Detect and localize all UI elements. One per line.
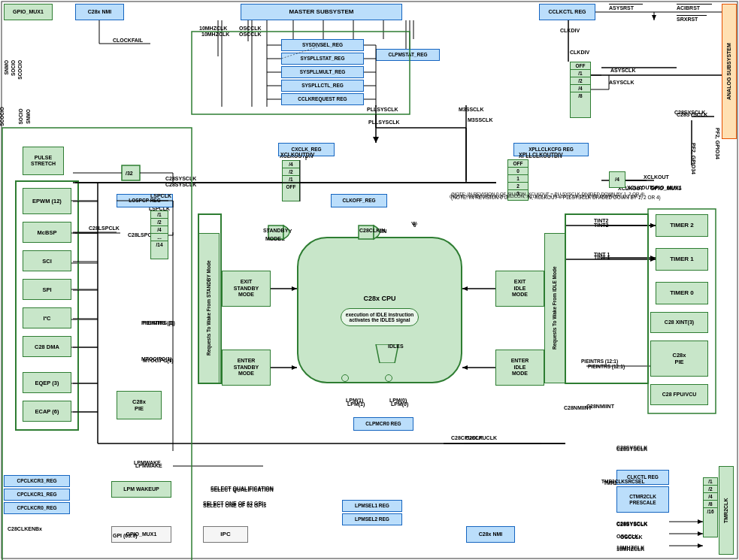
svg-marker-16 — [373, 137, 379, 143]
requests-standby: Requests To Wake From STANDBY Mode — [198, 233, 220, 383]
syspllmult-reg: SYSPLLMULT_REG — [281, 66, 364, 78]
svg-text:C28SYSCLK: C28SYSCLK — [677, 112, 707, 117]
syspllstat-reg: SYSPLLSTAT_REG — [281, 53, 364, 65]
oscclk-bottom-right: OSCCLK — [616, 534, 639, 539]
cpclkcr1-reg: CPCLKCR1_REG — [4, 489, 70, 501]
svg-text:CLKDIV: CLKDIV — [560, 28, 580, 33]
c28x-pie-bottom: C28x PIE — [117, 391, 162, 419]
off-divider-box: OFF /1 /2 /4 /8 — [570, 62, 591, 118]
idles-shape — [372, 344, 402, 363]
svg-text:TINT 1: TINT 1 — [594, 255, 610, 260]
div8-option: /8 — [571, 92, 590, 99]
timer0: TIMER 0 — [656, 282, 708, 304]
svg-text:PLLSYSCLK: PLLSYSCLK — [368, 120, 400, 125]
acibrst-label: ACIBRST — [677, 5, 700, 11]
exit-standby: EXIT STANDBY MODE — [222, 271, 271, 307]
standby-gate — [267, 222, 297, 244]
lospcp-reg: LOSPCP REG — [117, 194, 173, 207]
lpmsel2-reg: LPMSEL2 REG — [342, 513, 402, 525]
svg-text:/32: /32 — [126, 171, 133, 176]
ipc: IPC — [203, 526, 248, 543]
svg-text:CLKDIV: CLKDIV — [570, 50, 589, 55]
svg-marker-195 — [698, 519, 703, 524]
xclkout-divider: /4 /2 /1 OFF — [282, 160, 300, 201]
c28x-pie-right: C28x PIE — [650, 341, 708, 377]
svg-rect-181 — [565, 214, 648, 383]
svg-marker-163 — [462, 365, 468, 370]
svg-rect-81 — [359, 226, 374, 239]
enter-standby: ENTER STANDBY MODE — [222, 350, 271, 386]
svg-rect-122 — [122, 165, 140, 180]
svg-marker-161 — [462, 286, 468, 291]
svg-marker-52 — [650, 223, 656, 228]
eqep: EQEP (3) — [23, 372, 71, 393]
svg-text:LPM(0): LPM(0) — [389, 398, 407, 404]
svg-marker-173 — [650, 223, 656, 228]
svg-text:ASYSCLK: ASYSCLK — [610, 68, 635, 73]
i2c: I²C — [23, 307, 71, 328]
svg-text:SELECT QUALIFICATION: SELECT QUALIFICATION — [210, 486, 274, 492]
cxclk-reg: CXCLK_REG — [278, 143, 335, 156]
scocio-label: SCOCIO — [17, 60, 23, 80]
svg-text:C28LSPCLK: C28LSPCLK — [89, 226, 120, 231]
clmcr0-reg: CLPMCR0 REG — [353, 417, 413, 431]
svg-text:C28CPUCLK: C28CPUCLK — [465, 435, 497, 440]
spi: SPI — [23, 279, 71, 300]
tmr2-divider: /1 /2 /4 /8 /16 — [703, 477, 718, 537]
cpclkcr3-reg: CPCLKCR3_REG — [4, 475, 70, 487]
svg-text:SCOCIO: SCOCIO — [0, 107, 5, 126]
silicon-note: (NOTE: IN REVISION 0 OF SILICON, XCLKOUT… — [450, 194, 690, 198]
snmo-label: SNMO — [4, 60, 9, 75]
diagram-container: CLOCKFAIL 10MHZCLK OSCCLK PLLSYSCLK M3SS… — [0, 0, 739, 560]
exit-idle: EXIT IDLE MODE — [495, 271, 544, 307]
svg-text:ASYSCLK: ASYSCLK — [609, 80, 634, 85]
c28-xint3: C28 XINT(3) — [650, 312, 708, 333]
svg-text:XCLKOUT: XCLKOUT — [644, 174, 670, 180]
svg-text:10MHZCLK: 10MHZCLK — [201, 32, 229, 37]
svg-text:MTOCIPC(1): MTOCIPC(1) — [141, 356, 172, 362]
timer1: TIMER 1 — [656, 248, 708, 271]
peripherals-outer-box — [15, 180, 79, 431]
clkoff-gate — [357, 222, 387, 244]
svg-text:C28NMIINT: C28NMIINT — [564, 405, 592, 410]
svg-marker-159 — [292, 365, 297, 370]
svg-text:PF2, GPIO34: PF2, GPIO34 — [714, 128, 720, 159]
gpio-mux1-top: GPIO_MUX1 — [4, 4, 53, 20]
srxrst-label: SRXRST — [677, 17, 698, 22]
c28x-nmi-bottom: C28x NMI — [466, 526, 515, 543]
lpm-wakeup: LPM WAKEUP — [111, 481, 171, 498]
svg-text:10MHZCLK: 10MHZCLK — [199, 26, 227, 31]
cpu-description: execution of IDLE instructionactivates t… — [341, 308, 419, 326]
c28-dma: C28 DMA — [23, 336, 71, 357]
c28clkenbx: C28CLKENBx — [8, 526, 42, 531]
svg-text:LPM(1): LPM(1) — [346, 398, 363, 404]
svg-text:TINT2: TINT2 — [594, 218, 609, 223]
svg-text:C28NMIINT: C28NMIINT — [586, 404, 615, 409]
svg-text:C28SYSCLK: C28SYSCLK — [674, 110, 705, 115]
timer2: TIMER 2 — [656, 214, 708, 237]
svg-text:PIEINTRS (1): PIEINTRS (1) — [143, 320, 175, 326]
svg-text:LPM(1): LPM(1) — [347, 401, 365, 407]
svg-text:SELECT ONE OF 62 GPIs: SELECT ONE OF 62 GPIs — [203, 503, 266, 508]
svg-text:GPIO_MUX1: GPIO_MUX1 — [650, 186, 681, 191]
svg-text:OSCCLK: OSCCLK — [239, 26, 262, 31]
svg-text:PIEINTRS (12:1): PIEINTRS (12:1) — [588, 364, 625, 370]
svg-text:TINT 1: TINT 1 — [594, 252, 610, 257]
syspllctl-reg: SYSPLLCTL_REG — [281, 80, 364, 92]
analog-subsystem: ANALOG SUBSYSTEM — [722, 4, 737, 139]
svg-text:'0': '0' — [412, 222, 418, 228]
mcbsp: McBSP — [23, 222, 71, 243]
svg-marker-82 — [376, 344, 398, 363]
svg-text:C28SYSCLK: C28SYSCLK — [165, 182, 196, 187]
svg-text:C28SYSCLK: C28SYSCLK — [165, 176, 196, 181]
cpclkcr0-reg: CPCLKCR0_REG — [4, 502, 70, 514]
sci: SCI — [23, 250, 71, 271]
svg-text:PIEINTRS (12:1): PIEINTRS (12:1) — [581, 359, 618, 365]
svg-text:LPMWAKE: LPMWAKE — [134, 460, 161, 465]
svg-text:SNMO: SNMO — [26, 109, 31, 124]
svg-marker-55 — [650, 256, 656, 260]
gpio-mux1-bottom: GPIO_MUX1 — [111, 526, 171, 543]
clkoff-reg: CLKOFF_REG — [331, 194, 387, 207]
div4-xclkout: /4 — [609, 171, 625, 188]
div2-option: /2 — [571, 77, 590, 85]
